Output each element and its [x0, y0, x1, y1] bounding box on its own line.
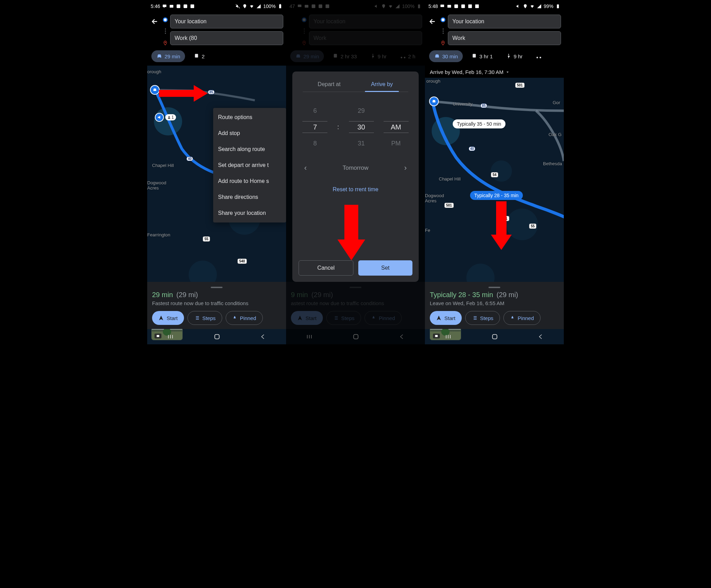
- pinned-button[interactable]: Pinned: [503, 311, 541, 325]
- car-pin-icon: [429, 96, 439, 106]
- time-wheel[interactable]: 6 7 8 : 29 30 31 AM PM: [299, 107, 412, 147]
- chevron-down-icon: [505, 70, 510, 74]
- menu-add-stop[interactable]: Add stop: [213, 125, 286, 141]
- svg-point-38: [508, 54, 509, 55]
- walk-icon: [506, 53, 511, 59]
- pin-icon: [510, 315, 515, 321]
- route-subtitle: Leave on Wed, Feb 16, 6:55 AM: [430, 300, 559, 306]
- route-distance: (29 mi): [496, 291, 518, 299]
- menu-share-location[interactable]: Share your location: [213, 205, 286, 221]
- start-button[interactable]: Start: [152, 311, 184, 325]
- arrow-left-icon: [429, 18, 436, 25]
- svg-marker-13: [194, 85, 208, 102]
- svg-rect-37: [473, 54, 476, 58]
- svg-point-36: [443, 42, 444, 43]
- steps-button[interactable]: Steps: [187, 311, 222, 325]
- svg-rect-31: [454, 5, 458, 8]
- svg-rect-9: [195, 54, 198, 58]
- destination-input[interactable]: Work: [448, 31, 561, 45]
- pinned-button[interactable]: Pinned: [226, 311, 263, 325]
- navigate-icon: [158, 315, 164, 321]
- menu-set-depart-arrive[interactable]: Set depart or arrive t: [213, 157, 286, 173]
- reset-time-link[interactable]: Reset to rrent time: [299, 186, 412, 193]
- svg-rect-44: [493, 335, 497, 339]
- minute-wheel[interactable]: 29 30 31: [349, 107, 374, 147]
- list-icon: [472, 315, 477, 321]
- mode-bike-chip[interactable]: [531, 50, 547, 62]
- linkedin-icon: [176, 4, 181, 9]
- menu-share-directions[interactable]: Share directions: [213, 189, 286, 205]
- svg-rect-4: [191, 5, 194, 8]
- mode-walk-chip[interactable]: 9 hr: [501, 50, 527, 62]
- tab-arrive-by[interactable]: Arrive by: [356, 78, 408, 92]
- back-button[interactable]: [538, 334, 544, 340]
- car-icon: [156, 53, 162, 59]
- drag-handle[interactable]: [488, 287, 500, 288]
- android-navbar: [147, 329, 286, 344]
- start-button[interactable]: Start: [430, 311, 462, 325]
- steps-button[interactable]: Steps: [465, 311, 500, 325]
- svg-rect-29: [441, 5, 444, 7]
- mode-transit-chip[interactable]: 3 hr 1: [466, 50, 497, 62]
- waypoint-markers: [160, 15, 170, 46]
- destination-input[interactable]: Work (80: [170, 31, 283, 45]
- phone-screen-2: 47 100%: [286, 0, 425, 344]
- arrive-by-dropdown[interactable]: Arrive by Wed, Feb 16, 7:30 AM: [425, 66, 564, 78]
- ampm-wheel[interactable]: AM PM: [384, 107, 409, 147]
- svg-rect-3: [184, 5, 187, 8]
- drag-handle[interactable]: [211, 287, 223, 288]
- svg-rect-1: [170, 5, 174, 8]
- back-button[interactable]: [149, 15, 160, 28]
- svg-rect-0: [163, 5, 167, 7]
- route-time: Typically 28 - 35 min: [430, 291, 493, 299]
- list-icon: [194, 315, 200, 321]
- svg-rect-27: [344, 205, 358, 240]
- home-button[interactable]: [213, 333, 221, 341]
- svg-point-10: [168, 116, 169, 117]
- set-button[interactable]: Set: [358, 260, 412, 276]
- origin-dot-icon: [163, 17, 168, 22]
- mode-drive-chip[interactable]: 30 min: [429, 50, 463, 62]
- hour-wheel[interactable]: 6 7 8: [302, 107, 327, 147]
- svg-rect-7: [280, 4, 281, 5]
- origin-input[interactable]: Your location: [448, 15, 561, 28]
- recents-button[interactable]: [445, 333, 452, 340]
- route-summary-card[interactable]: Typically 28 - 35 min (29 mi) Leave on W…: [425, 282, 564, 329]
- sound-badge: 1: [155, 113, 176, 122]
- arrow-left-icon: [151, 18, 159, 25]
- next-day-button[interactable]: ›: [400, 163, 411, 173]
- travel-mode-row: 29 min 2: [147, 48, 286, 66]
- train-icon: [471, 53, 477, 59]
- cancel-button[interactable]: Cancel: [299, 260, 353, 276]
- menu-search-along-route[interactable]: Search along route: [213, 141, 286, 157]
- phone-screen-1: 5:46 100%: [147, 0, 286, 344]
- mode-transit-chip[interactable]: 2: [189, 50, 209, 62]
- status-bar: 5:46 100%: [147, 0, 286, 12]
- alt-route-time-badge: Typically 35 - 50 min: [453, 119, 505, 128]
- svg-rect-6: [279, 5, 281, 8]
- home-button[interactable]: [491, 333, 499, 341]
- route-summary-card[interactable]: 29 min (29 mi) Fastest route now due to …: [147, 282, 286, 329]
- back-button[interactable]: [260, 334, 266, 340]
- chat-icon: [162, 4, 167, 9]
- origin-input[interactable]: Your location: [170, 15, 283, 28]
- svg-rect-32: [461, 5, 465, 8]
- menu-route-options[interactable]: Route options: [213, 109, 286, 125]
- phone-screen-3: 5:48 99%: [425, 0, 564, 344]
- image-icon: [190, 4, 195, 9]
- mode-drive-chip[interactable]: 29 min: [151, 50, 185, 62]
- recents-button[interactable]: [167, 333, 174, 340]
- back-button[interactable]: [427, 15, 438, 28]
- svg-rect-2: [177, 5, 181, 8]
- person-icon: [167, 116, 171, 119]
- prev-day-button[interactable]: ‹: [300, 163, 311, 173]
- svg-rect-35: [557, 5, 559, 8]
- svg-marker-43: [491, 235, 512, 250]
- svg-point-8: [165, 42, 166, 43]
- signal-icon: [256, 4, 261, 9]
- linkedin-icon: [183, 4, 188, 9]
- menu-add-home[interactable]: Add route to Home s: [213, 173, 286, 189]
- mail-icon: [169, 4, 174, 9]
- tab-depart-at[interactable]: Depart at: [303, 78, 356, 92]
- car-icon: [434, 53, 440, 59]
